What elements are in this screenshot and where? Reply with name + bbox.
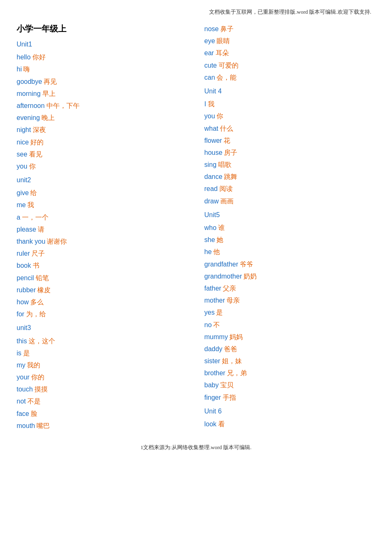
vocab-chinese: 手指 (223, 392, 236, 403)
vocab-entry: face 脸 (17, 408, 188, 419)
vocab-english: face (17, 408, 29, 419)
vocab-entry: grandmother 奶奶 (205, 271, 376, 282)
vocab-entry: draw 画画 (205, 196, 376, 207)
vocab-english: draw (205, 196, 219, 207)
unit-label: unit3 (17, 322, 188, 333)
vocab-chinese: 耳朵 (216, 47, 229, 59)
vocab-chinese: 母亲 (226, 295, 240, 306)
vocab-entry: evening 晚上 (17, 112, 188, 123)
vocab-entry: night 深夜 (17, 124, 188, 135)
vocab-chinese: 我 (208, 98, 214, 110)
vocab-english: flower (205, 135, 222, 146)
vocab-english: read (205, 183, 218, 194)
vocab-english: cute (205, 60, 217, 71)
vocab-entry: not 不是 (17, 396, 188, 407)
vocab-entry: what 什么 (205, 123, 376, 134)
vocab-chinese: 画画 (220, 196, 234, 207)
vocab-entry: my 我的 (17, 359, 188, 371)
vocab-entry: give 给 (17, 187, 188, 198)
vocab-chinese: 橡皮 (37, 284, 51, 296)
vocab-english: she (205, 234, 215, 245)
vocab-entry: thank you 谢谢你 (17, 236, 188, 247)
vocab-chinese: 阅读 (219, 183, 233, 194)
vocab-english: eye (205, 35, 215, 46)
vocab-chinese: 会，能 (217, 72, 236, 83)
vocab-entry: no 不 (205, 319, 376, 330)
vocab-entry: yes 是 (205, 307, 376, 318)
vocab-english: grandmother (205, 271, 242, 282)
vocab-chinese: 爸爸 (224, 343, 237, 355)
vocab-entry: brother 兄，弟 (205, 367, 376, 379)
vocab-english: a (17, 212, 20, 223)
vocab-chinese: 唱歌 (218, 159, 231, 170)
vocab-english: no (205, 319, 212, 330)
vocab-entry: this 这，这个 (17, 335, 188, 347)
vocab-chinese: 我 (27, 199, 34, 210)
vocab-english: not (17, 396, 26, 407)
vocab-entry: flower 花 (205, 135, 376, 146)
vocab-english: please (17, 224, 36, 235)
vocab-chinese: 一，一个 (22, 212, 49, 223)
vocab-entry: cute 可爱的 (205, 60, 376, 71)
vocab-entry: dance 跳舞 (205, 171, 376, 182)
vocab-entry: hi 嗨 (17, 64, 188, 75)
vocab-entry: see 看见 (17, 149, 188, 160)
vocab-entry: hello 你好 (17, 51, 188, 63)
vocab-english: finger (205, 392, 221, 403)
vocab-english: morning (17, 88, 41, 99)
vocab-chinese: 宝贝 (220, 379, 234, 391)
vocab-english: he (205, 246, 212, 257)
vocab-english: nice (17, 137, 29, 148)
vocab-entry: he 他 (205, 246, 376, 257)
vocab-entry: mummy 妈妈 (205, 331, 376, 342)
vocab-chinese: 奶奶 (243, 271, 257, 282)
vocab-entry: sing 唱歌 (205, 159, 376, 170)
vocab-english: look (205, 418, 217, 430)
vocab-chinese: 脸 (31, 408, 37, 419)
vocab-chinese: 摸摸 (34, 384, 48, 395)
unit-label: Unit 6 (205, 406, 376, 417)
vocab-english: you (205, 110, 215, 122)
vocab-entry: you 你 (205, 110, 376, 122)
vocab-english: house (205, 147, 223, 158)
vocab-chinese: 你 (29, 161, 36, 172)
vocab-english: my (17, 359, 25, 371)
vocab-english: me (17, 199, 26, 210)
vocab-english: grandfather (205, 259, 239, 270)
vocab-entry: she 她 (205, 234, 376, 245)
vocab-chinese: 再见 (44, 76, 57, 87)
vocab-english: I (205, 98, 206, 110)
vocab-entry: goodbye 再见 (17, 76, 188, 87)
vocab-english: night (17, 124, 31, 135)
vocab-chinese: 我的 (27, 359, 40, 371)
vocab-chinese: 妈妈 (229, 331, 243, 342)
vocab-chinese: 晚上 (41, 112, 55, 123)
vocab-entry: book 书 (17, 260, 188, 271)
vocab-entry: nose 鼻子 (205, 23, 376, 34)
vocab-chinese: 谁 (218, 222, 225, 233)
vocab-entry: how 多么 (17, 296, 188, 308)
header-note: 文档收集于互联网，已重新整理排版.word 版本可编辑.欢迎下载支持. (17, 8, 375, 16)
vocab-chinese: 眼睛 (217, 35, 230, 46)
vocab-english: book (17, 260, 31, 271)
vocab-chinese: 不是 (27, 396, 41, 407)
footer-note: 1文档来源为:从网络收集整理.word 版本可编辑. (17, 444, 375, 451)
vocab-entry: morning 早上 (17, 88, 188, 99)
vocab-english: sister (205, 355, 220, 367)
vocab-english: this (17, 335, 27, 347)
vocab-chinese: 书 (33, 260, 39, 271)
vocab-entry: your 你的 (17, 372, 188, 383)
vocab-entry: who 谁 (205, 222, 376, 233)
vocab-entry: baby 宝贝 (205, 379, 376, 391)
vocab-english: father (205, 283, 222, 294)
vocab-english: can (205, 72, 215, 83)
left-column: 小学一年级上Unit1hello 你好hi 嗨goodbye 再见morning… (17, 23, 196, 431)
vocab-chinese: 多么 (30, 296, 44, 308)
vocab-chinese: 给 (30, 187, 37, 198)
vocab-entry: eye 眼睛 (205, 35, 376, 46)
vocab-english: dance (205, 171, 223, 182)
vocab-english: afternoon (17, 100, 45, 111)
vocab-english: mother (205, 295, 225, 306)
vocab-english: is (17, 347, 22, 359)
vocab-english: mummy (205, 331, 228, 342)
